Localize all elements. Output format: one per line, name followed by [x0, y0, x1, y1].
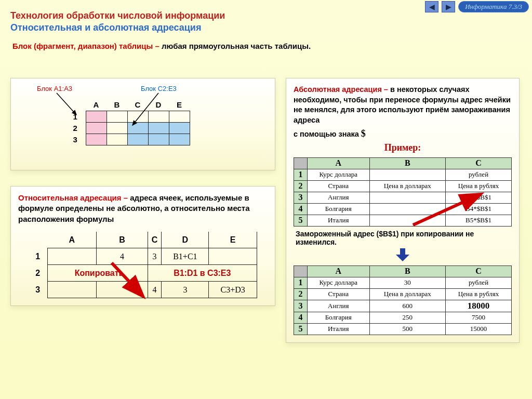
- example-sheet-formulas: A B C 1 Курс доллара рублей 2 Страна Цен…: [294, 157, 512, 227]
- label-block-a1a3: Блок A1:A3: [37, 85, 72, 92]
- cell: Англия: [308, 192, 370, 203]
- cell: 30: [369, 277, 446, 288]
- row-header: 4: [294, 312, 308, 323]
- row-header: 1: [294, 169, 308, 180]
- row-header: 3: [294, 192, 308, 203]
- cell: Курс доллара: [308, 277, 370, 288]
- cell: [97, 282, 148, 298]
- row-header: 3: [65, 134, 86, 145]
- cell: B3*$B$1: [446, 192, 512, 203]
- row-header: 2: [29, 265, 47, 282]
- title-line2: Относительная и абсолютная адресация: [10, 22, 532, 33]
- cell: 15000: [446, 323, 512, 335]
- row-header: 1: [294, 277, 308, 288]
- cell: Цена в долларах: [369, 288, 446, 300]
- col-header: E: [169, 99, 190, 111]
- col-header: B: [369, 157, 446, 169]
- cell: B1+C1: [162, 248, 209, 265]
- cell: Англия: [308, 300, 370, 312]
- cell: C3+D3: [209, 282, 257, 298]
- cell: Страна: [308, 180, 370, 192]
- svg-rect-4: [400, 248, 405, 255]
- cell: Цена в рублях: [446, 288, 512, 300]
- col-header: A: [86, 99, 107, 111]
- col-header: A: [47, 232, 97, 248]
- cell: рублей: [446, 169, 512, 180]
- col-header: C: [446, 265, 512, 277]
- col-header: C: [446, 157, 512, 169]
- cell: 3: [148, 248, 162, 265]
- absolute-tail: с помощью знака $: [294, 127, 512, 140]
- dollar-sign: $: [361, 128, 366, 139]
- block-definition: Блок (фрагмент, диапазон) таблицы – люба…: [12, 42, 532, 50]
- cell: [47, 282, 97, 298]
- rel-term: Относительная адресация –: [18, 193, 128, 202]
- col-header: B: [97, 232, 148, 248]
- col-header: E: [209, 232, 257, 248]
- absolute-definition: Абсолютная адресация – в некоторых случа…: [294, 85, 512, 125]
- cell: 4: [97, 248, 148, 265]
- cell: [369, 192, 446, 203]
- row-header: 3: [29, 282, 47, 298]
- row-header: 3: [294, 300, 308, 312]
- cell: 4: [148, 282, 162, 298]
- nav-prev-button[interactable]: ◀: [425, 1, 438, 12]
- cell: Страна: [308, 288, 370, 300]
- frozen-note: Замороженный адрес ($B$1) при копировани…: [296, 230, 510, 246]
- panel-block-illustration: Блок A1:A3 Блок C2:E3 A B C D E 1 2 3: [10, 78, 275, 170]
- cell: Италия: [308, 323, 370, 335]
- cell: Цена в рублях: [446, 180, 512, 192]
- cell: 250: [369, 312, 446, 323]
- cell: B4*$B$1: [446, 203, 512, 215]
- cell: [47, 248, 97, 265]
- col-header: A: [308, 265, 370, 277]
- label-block-c2e3: Блок C2:E3: [141, 85, 177, 92]
- relative-definition: Относительная адресация – адреса ячеек, …: [18, 193, 268, 224]
- col-header: C: [148, 232, 162, 248]
- cell: 18000: [446, 300, 512, 312]
- row-header: 4: [294, 203, 308, 215]
- panel-relative-addressing: Относительная адресация – адреса ячеек, …: [10, 186, 275, 306]
- col-header: B: [369, 265, 446, 277]
- cell: Болгария: [308, 203, 370, 215]
- abs-tail: с помощью знака: [294, 130, 361, 138]
- col-header: D: [162, 232, 209, 248]
- defn-term: Блок (фрагмент, диапазон) таблицы –: [12, 42, 159, 50]
- cell: [209, 248, 257, 265]
- cell: рублей: [446, 277, 512, 288]
- cell: 7500: [446, 312, 512, 323]
- row-header: 1: [29, 248, 47, 265]
- copy-range-label: B1:D1 в C3:E3: [148, 265, 257, 282]
- col-header: A: [308, 157, 370, 169]
- row-header: 5: [294, 323, 308, 335]
- cell: B5*$B$1: [446, 215, 512, 226]
- row-header: 5: [294, 215, 308, 226]
- col-header: D: [148, 99, 169, 111]
- cell: Цена в долларах: [369, 180, 446, 192]
- cell: 500: [369, 323, 446, 335]
- cell: [369, 215, 446, 226]
- down-arrow-icon: [395, 248, 410, 262]
- row-header: 2: [294, 288, 308, 300]
- cell: Болгария: [308, 312, 370, 323]
- row-header: 2: [65, 122, 86, 134]
- abs-term: Абсолютная адресация –: [294, 85, 388, 94]
- example-sheet-values: A B C 1 Курс доллара 30 рублей 2 Страна …: [294, 265, 512, 335]
- nav-controls: ◀ ▶ Информатика 7.3/3: [425, 1, 529, 12]
- cell: Италия: [308, 215, 370, 226]
- col-header: C: [127, 99, 148, 111]
- defn-rest: любая прямоугольная часть таблицы.: [159, 42, 311, 50]
- cell: Курс доллара: [308, 169, 370, 180]
- relative-grid: A B C D E 1 4 3 B1+C1 2 Копировать: [29, 232, 257, 299]
- cell: [369, 203, 446, 215]
- cell: 600: [369, 300, 446, 312]
- course-badge: Информатика 7.3/3: [458, 1, 529, 12]
- col-header: B: [107, 99, 127, 111]
- example-heading: Пример:: [294, 142, 512, 153]
- row-header: 2: [294, 180, 308, 192]
- panel-absolute-addressing: Абсолютная адресация – в некоторых случа…: [286, 78, 520, 343]
- cell: 3: [162, 282, 209, 298]
- copy-label: Копировать: [47, 265, 148, 282]
- nav-next-button[interactable]: ▶: [442, 1, 455, 12]
- range-grid: A B C D E 1 2 3: [65, 99, 190, 145]
